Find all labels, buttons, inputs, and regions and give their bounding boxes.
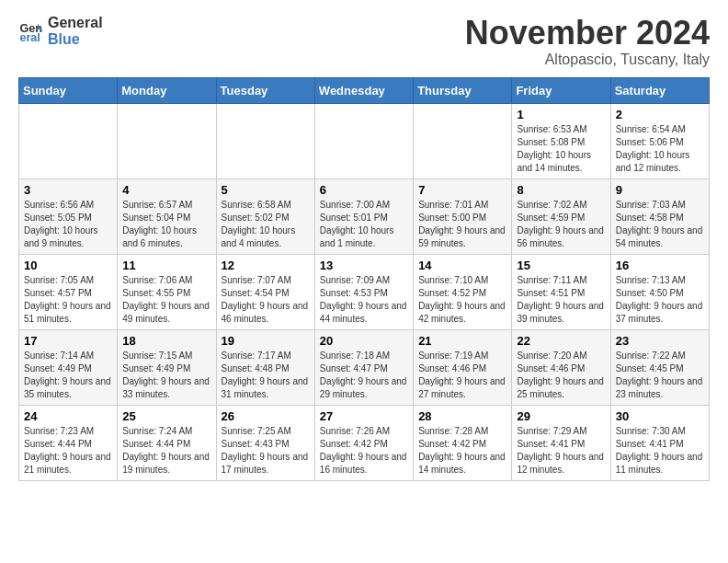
calendar-cell: 10Sunrise: 7:05 AM Sunset: 4:57 PM Dayli… bbox=[19, 254, 118, 329]
col-monday: Monday bbox=[118, 77, 216, 103]
logo-line1: General bbox=[48, 15, 103, 31]
calendar-cell: 23Sunrise: 7:22 AM Sunset: 4:45 PM Dayli… bbox=[610, 329, 709, 405]
day-number: 27 bbox=[320, 409, 408, 423]
calendar-cell: 4Sunrise: 6:57 AM Sunset: 5:04 PM Daylig… bbox=[118, 178, 216, 254]
calendar-cell: 18Sunrise: 7:15 AM Sunset: 4:49 PM Dayli… bbox=[118, 329, 216, 405]
calendar-cell: 5Sunrise: 6:58 AM Sunset: 5:02 PM Daylig… bbox=[216, 178, 314, 254]
calendar-cell: 19Sunrise: 7:17 AM Sunset: 4:48 PM Dayli… bbox=[216, 329, 314, 405]
calendar-cell bbox=[216, 103, 314, 178]
day-number: 12 bbox=[222, 259, 310, 272]
day-info: Sunrise: 7:29 AM Sunset: 4:41 PM Dayligh… bbox=[517, 425, 605, 477]
calendar-cell: 1Sunrise: 6:53 AM Sunset: 5:08 PM Daylig… bbox=[512, 103, 610, 178]
calendar-cell: 6Sunrise: 7:00 AM Sunset: 5:01 PM Daylig… bbox=[314, 178, 413, 254]
calendar-table: Sunday Monday Tuesday Wednesday Thursday… bbox=[18, 77, 710, 481]
calendar-cell: 17Sunrise: 7:14 AM Sunset: 4:49 PM Dayli… bbox=[19, 329, 118, 405]
calendar-cell: 14Sunrise: 7:10 AM Sunset: 4:52 PM Dayli… bbox=[414, 254, 512, 329]
calendar-header: Sunday Monday Tuesday Wednesday Thursday… bbox=[19, 77, 710, 103]
title-area: November 2024 Altopascio, Tuscany, Italy bbox=[465, 15, 710, 68]
day-info: Sunrise: 7:14 AM Sunset: 4:49 PM Dayligh… bbox=[24, 350, 112, 401]
calendar-cell bbox=[414, 103, 512, 178]
day-info: Sunrise: 7:02 AM Sunset: 4:59 PM Dayligh… bbox=[517, 199, 605, 250]
day-number: 8 bbox=[517, 183, 605, 197]
day-number: 17 bbox=[24, 334, 112, 348]
day-number: 25 bbox=[122, 409, 210, 423]
day-info: Sunrise: 6:56 AM Sunset: 5:05 PM Dayligh… bbox=[24, 199, 112, 250]
day-info: Sunrise: 7:05 AM Sunset: 4:57 PM Dayligh… bbox=[24, 274, 112, 326]
day-number: 4 bbox=[122, 183, 210, 197]
day-number: 9 bbox=[616, 183, 704, 197]
calendar-week-4: 17Sunrise: 7:14 AM Sunset: 4:49 PM Dayli… bbox=[19, 329, 710, 405]
header-row: Sunday Monday Tuesday Wednesday Thursday… bbox=[19, 77, 710, 103]
calendar-cell: 25Sunrise: 7:24 AM Sunset: 4:44 PM Dayli… bbox=[118, 405, 216, 480]
day-info: Sunrise: 7:15 AM Sunset: 4:49 PM Dayligh… bbox=[122, 350, 210, 401]
day-number: 10 bbox=[24, 259, 112, 272]
logo-line2: Blue bbox=[48, 31, 103, 48]
logo-icon: Gen eral bbox=[18, 18, 44, 44]
calendar-cell: 16Sunrise: 7:13 AM Sunset: 4:50 PM Dayli… bbox=[610, 254, 709, 329]
day-number: 1 bbox=[517, 108, 605, 121]
calendar-cell: 24Sunrise: 7:23 AM Sunset: 4:44 PM Dayli… bbox=[19, 405, 118, 480]
calendar-cell: 12Sunrise: 7:07 AM Sunset: 4:54 PM Dayli… bbox=[216, 254, 314, 329]
day-number: 22 bbox=[517, 334, 605, 348]
day-number: 14 bbox=[418, 259, 506, 272]
day-number: 23 bbox=[616, 334, 704, 348]
calendar-cell: 28Sunrise: 7:28 AM Sunset: 4:42 PM Dayli… bbox=[414, 405, 512, 480]
day-info: Sunrise: 7:20 AM Sunset: 4:46 PM Dayligh… bbox=[517, 350, 605, 401]
day-info: Sunrise: 7:17 AM Sunset: 4:48 PM Dayligh… bbox=[222, 350, 310, 401]
day-number: 13 bbox=[320, 259, 408, 272]
day-info: Sunrise: 7:30 AM Sunset: 4:41 PM Dayligh… bbox=[616, 425, 704, 477]
day-number: 29 bbox=[517, 409, 605, 423]
day-info: Sunrise: 7:01 AM Sunset: 5:00 PM Dayligh… bbox=[418, 199, 506, 250]
header: Gen eral General Blue November 2024 Alto… bbox=[18, 15, 710, 68]
day-number: 5 bbox=[222, 183, 310, 197]
day-info: Sunrise: 7:07 AM Sunset: 4:54 PM Dayligh… bbox=[222, 274, 310, 326]
day-info: Sunrise: 7:06 AM Sunset: 4:55 PM Dayligh… bbox=[122, 274, 210, 326]
day-info: Sunrise: 6:54 AM Sunset: 5:06 PM Dayligh… bbox=[616, 123, 704, 175]
day-info: Sunrise: 6:53 AM Sunset: 5:08 PM Dayligh… bbox=[517, 123, 605, 175]
day-info: Sunrise: 7:09 AM Sunset: 4:53 PM Dayligh… bbox=[320, 274, 408, 326]
calendar-cell: 8Sunrise: 7:02 AM Sunset: 4:59 PM Daylig… bbox=[512, 178, 610, 254]
calendar-cell bbox=[314, 103, 413, 178]
day-info: Sunrise: 7:28 AM Sunset: 4:42 PM Dayligh… bbox=[418, 425, 506, 477]
day-number: 7 bbox=[418, 183, 506, 197]
col-saturday: Saturday bbox=[610, 77, 709, 103]
calendar-cell: 13Sunrise: 7:09 AM Sunset: 4:53 PM Dayli… bbox=[314, 254, 413, 329]
calendar-cell: 2Sunrise: 6:54 AM Sunset: 5:06 PM Daylig… bbox=[610, 103, 709, 178]
day-info: Sunrise: 7:23 AM Sunset: 4:44 PM Dayligh… bbox=[24, 425, 112, 477]
day-number: 19 bbox=[222, 334, 310, 348]
day-number: 3 bbox=[24, 183, 112, 197]
day-info: Sunrise: 6:58 AM Sunset: 5:02 PM Dayligh… bbox=[222, 199, 310, 250]
calendar-cell: 30Sunrise: 7:30 AM Sunset: 4:41 PM Dayli… bbox=[610, 405, 709, 480]
calendar-week-5: 24Sunrise: 7:23 AM Sunset: 4:44 PM Dayli… bbox=[19, 405, 710, 480]
col-tuesday: Tuesday bbox=[216, 77, 314, 103]
calendar-cell: 11Sunrise: 7:06 AM Sunset: 4:55 PM Dayli… bbox=[118, 254, 216, 329]
day-info: Sunrise: 7:26 AM Sunset: 4:42 PM Dayligh… bbox=[320, 425, 408, 477]
day-info: Sunrise: 7:18 AM Sunset: 4:47 PM Dayligh… bbox=[320, 350, 408, 401]
day-number: 20 bbox=[320, 334, 408, 348]
day-info: Sunrise: 7:22 AM Sunset: 4:45 PM Dayligh… bbox=[616, 350, 704, 401]
calendar-cell: 21Sunrise: 7:19 AM Sunset: 4:46 PM Dayli… bbox=[414, 329, 512, 405]
calendar-week-2: 3Sunrise: 6:56 AM Sunset: 5:05 PM Daylig… bbox=[19, 178, 710, 254]
col-sunday: Sunday bbox=[19, 77, 118, 103]
day-number: 28 bbox=[418, 409, 506, 423]
calendar-cell: 29Sunrise: 7:29 AM Sunset: 4:41 PM Dayli… bbox=[512, 405, 610, 480]
logo: Gen eral General Blue bbox=[18, 15, 103, 47]
day-info: Sunrise: 6:57 AM Sunset: 5:04 PM Dayligh… bbox=[122, 199, 210, 250]
day-info: Sunrise: 7:24 AM Sunset: 4:44 PM Dayligh… bbox=[122, 425, 210, 477]
day-number: 11 bbox=[122, 259, 210, 272]
day-info: Sunrise: 7:03 AM Sunset: 4:58 PM Dayligh… bbox=[616, 199, 704, 250]
calendar-cell: 20Sunrise: 7:18 AM Sunset: 4:47 PM Dayli… bbox=[314, 329, 413, 405]
day-number: 16 bbox=[616, 259, 704, 272]
calendar-cell: 15Sunrise: 7:11 AM Sunset: 4:51 PM Dayli… bbox=[512, 254, 610, 329]
day-info: Sunrise: 7:19 AM Sunset: 4:46 PM Dayligh… bbox=[418, 350, 506, 401]
col-wednesday: Wednesday bbox=[314, 77, 413, 103]
day-number: 15 bbox=[517, 259, 605, 272]
day-number: 21 bbox=[418, 334, 506, 348]
calendar-cell: 9Sunrise: 7:03 AM Sunset: 4:58 PM Daylig… bbox=[610, 178, 709, 254]
day-number: 2 bbox=[616, 108, 704, 121]
calendar-cell bbox=[19, 103, 118, 178]
day-info: Sunrise: 7:10 AM Sunset: 4:52 PM Dayligh… bbox=[418, 274, 506, 326]
month-title: November 2024 bbox=[465, 15, 710, 52]
day-info: Sunrise: 7:13 AM Sunset: 4:50 PM Dayligh… bbox=[616, 274, 704, 326]
calendar-cell: 26Sunrise: 7:25 AM Sunset: 4:43 PM Dayli… bbox=[216, 405, 314, 480]
